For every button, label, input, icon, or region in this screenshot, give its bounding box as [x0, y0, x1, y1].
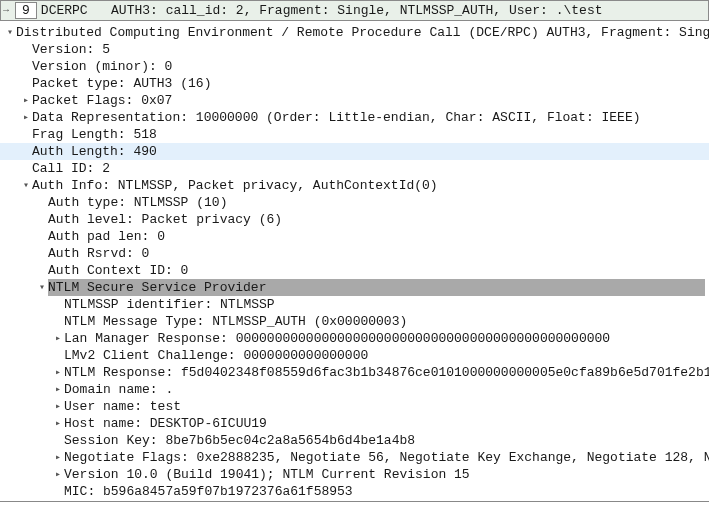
tree-auth-length[interactable]: Auth Length: 490	[0, 143, 709, 160]
packet-summary-row[interactable]: → 9 DCERPC AUTH3: call_id: 2, Fragment: …	[0, 0, 709, 21]
tree-version[interactable]: Version: 5	[0, 41, 709, 58]
tree-lmv2-client-challenge[interactable]: LMv2 Client Challenge: 0000000000000000	[0, 347, 709, 364]
tree-lan-manager-response[interactable]: ▸ Lan Manager Response: 0000000000000000…	[0, 330, 709, 347]
tree-label: Domain name: .	[64, 381, 173, 398]
expand-icon[interactable]: ▸	[52, 330, 64, 347]
tree-label: Call ID: 2	[32, 160, 110, 177]
tree-auth-rsrvd[interactable]: Auth Rsrvd: 0	[0, 245, 709, 262]
tree-ntlm-msg-type[interactable]: NTLM Message Type: NTLMSSP_AUTH (0x00000…	[0, 313, 709, 330]
tree-label: Distributed Computing Environment / Remo…	[16, 24, 709, 41]
tree-ntlm-ssp[interactable]: ▾ NTLM Secure Service Provider	[0, 279, 709, 296]
tree-auth-info[interactable]: ▾ Auth Info: NTLMSSP, Packet privacy, Au…	[0, 177, 709, 194]
tree-auth-pad[interactable]: Auth pad len: 0	[0, 228, 709, 245]
tree-label: Auth Length: 490	[32, 143, 157, 160]
tree-label: Version (minor): 0	[32, 58, 172, 75]
tree-call-id[interactable]: Call ID: 2	[0, 160, 709, 177]
tree-auth-level[interactable]: Auth level: Packet privacy (6)	[0, 211, 709, 228]
tree-auth-context-id[interactable]: Auth Context ID: 0	[0, 262, 709, 279]
tree-label: NTLM Message Type: NTLMSSP_AUTH (0x00000…	[64, 313, 407, 330]
tree-dcerpc-protocol[interactable]: ▾ Distributed Computing Environment / Re…	[0, 24, 709, 41]
frame-number: 9	[15, 2, 37, 19]
tree-label: Auth Info: NTLMSSP, Packet privacy, Auth…	[32, 177, 438, 194]
collapse-icon[interactable]: ▾	[20, 177, 32, 194]
tree-version-minor[interactable]: Version (minor): 0	[0, 58, 709, 75]
tree-label: Host name: DESKTOP-6ICUU19	[64, 415, 267, 432]
tree-label: Auth type: NTLMSSP (10)	[48, 194, 227, 211]
tree-ntlm-response[interactable]: ▸ NTLM Response: f5d0402348f08559d6fac3b…	[0, 364, 709, 381]
tree-version-info[interactable]: ▸ Version 10.0 (Build 19041); NTLM Curre…	[0, 466, 709, 483]
tree-label: Auth pad len: 0	[48, 228, 165, 245]
tree-user-name[interactable]: ▸ User name: test	[0, 398, 709, 415]
protocol-col: DCERPC AUTH3: call_id: 2, Fragment: Sing…	[41, 3, 603, 18]
tree-label: Auth Context ID: 0	[48, 262, 188, 279]
expand-icon[interactable]: ▸	[52, 449, 64, 466]
tree-label: Version 10.0 (Build 19041); NTLM Current…	[64, 466, 470, 483]
collapse-icon[interactable]: ▾	[36, 279, 48, 296]
tree-label: MIC: b596a8457a59f07b1972376a61f58953	[64, 483, 353, 500]
tree-negotiate-flags[interactable]: ▸ Negotiate Flags: 0xe2888235, Negotiate…	[0, 449, 709, 466]
tree-label: Negotiate Flags: 0xe2888235, Negotiate 5…	[64, 449, 709, 466]
tree-packet-flags[interactable]: ▸ Packet Flags: 0x07	[0, 92, 709, 109]
tree-label: Packet type: AUTH3 (16)	[32, 75, 211, 92]
tree-label: NTLM Secure Service Provider	[48, 279, 705, 296]
tree-label: Lan Manager Response: 000000000000000000…	[64, 330, 610, 347]
tree-domain-name[interactable]: ▸ Domain name: .	[0, 381, 709, 398]
expand-icon[interactable]: ▸	[20, 109, 32, 126]
tree-label: Version: 5	[32, 41, 110, 58]
tree-label: NTLM Response: f5d0402348f08559d6fac3b1b…	[64, 364, 709, 381]
tree-data-representation[interactable]: ▸ Data Representation: 10000000 (Order: …	[0, 109, 709, 126]
tree-label: Packet Flags: 0x07	[32, 92, 172, 109]
tree-label: Data Representation: 10000000 (Order: Li…	[32, 109, 641, 126]
tree-session-key[interactable]: Session Key: 8be7b6b5ec04c2a8a5654b6d4be…	[0, 432, 709, 449]
divider	[0, 501, 709, 502]
expand-icon[interactable]: ▸	[52, 381, 64, 398]
tree-host-name[interactable]: ▸ Host name: DESKTOP-6ICUU19	[0, 415, 709, 432]
packet-details-tree: ▾ Distributed Computing Environment / Re…	[0, 21, 709, 500]
tree-auth-type[interactable]: Auth type: NTLMSSP (10)	[0, 194, 709, 211]
tree-label: Frag Length: 518	[32, 126, 157, 143]
expand-icon[interactable]: ▸	[52, 466, 64, 483]
tree-packet-type[interactable]: Packet type: AUTH3 (16)	[0, 75, 709, 92]
tree-ntlm-identifier[interactable]: NTLMSSP identifier: NTLMSSP	[0, 296, 709, 313]
tree-label: User name: test	[64, 398, 181, 415]
tree-label: Session Key: 8be7b6b5ec04c2a8a5654b6d4be…	[64, 432, 415, 449]
tree-label: NTLMSSP identifier: NTLMSSP	[64, 296, 275, 313]
expand-icon[interactable]: ▸	[52, 415, 64, 432]
tree-label: Auth level: Packet privacy (6)	[48, 211, 282, 228]
tree-label: Auth Rsrvd: 0	[48, 245, 149, 262]
tree-mic[interactable]: MIC: b596a8457a59f07b1972376a61f58953	[0, 483, 709, 500]
collapse-icon[interactable]: ▾	[4, 24, 16, 41]
tree-label: LMv2 Client Challenge: 0000000000000000	[64, 347, 368, 364]
expand-icon[interactable]: ▸	[52, 398, 64, 415]
tree-frag-length[interactable]: Frag Length: 518	[0, 126, 709, 143]
expand-icon[interactable]: ▸	[52, 364, 64, 381]
expand-icon[interactable]: ▸	[20, 92, 32, 109]
jump-arrow-icon: →	[3, 5, 9, 16]
